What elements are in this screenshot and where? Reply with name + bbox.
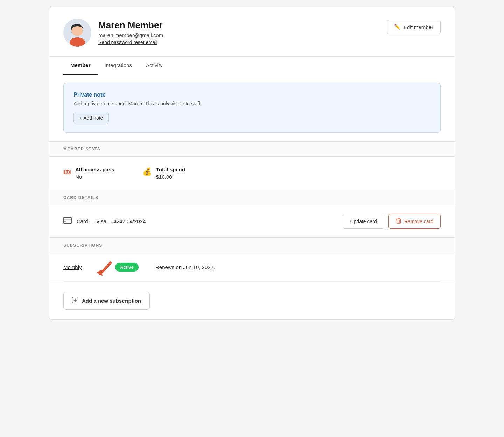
tab-activity[interactable]: Activity xyxy=(139,57,170,75)
edit-button-label: Edit member xyxy=(404,24,433,30)
remove-card-label: Remove card xyxy=(404,219,433,224)
add-note-label: + Add note xyxy=(79,115,103,121)
all-access-pass-value: No xyxy=(75,174,114,180)
private-note-title: Private note xyxy=(74,92,430,98)
remove-card-button[interactable]: Remove card xyxy=(388,214,441,229)
user-email: maren.member@gmail.com xyxy=(98,32,163,38)
add-note-button[interactable]: + Add note xyxy=(74,112,109,124)
ticket-icon: 🎟 xyxy=(63,167,71,176)
tab-member[interactable]: Member xyxy=(63,57,98,75)
update-card-button[interactable]: Update card xyxy=(343,214,384,229)
arrow-indicator xyxy=(95,259,114,280)
status-badge: Active xyxy=(115,263,139,272)
member-stats-section: 🎟 All access pass No 💰 Total spend $10.0… xyxy=(49,157,455,190)
update-card-label: Update card xyxy=(350,219,377,224)
card-details-label: CARD DETAILS xyxy=(49,190,455,205)
total-spend-stat: 💰 Total spend $10.00 xyxy=(142,167,185,180)
header-section: Maren Member maren.member@gmail.com Send… xyxy=(49,7,455,56)
pencil-icon: ✏️ xyxy=(394,24,401,30)
user-info: Maren Member maren.member@gmail.com Send… xyxy=(63,19,163,47)
tabs-section: Member Integrations Activity xyxy=(49,56,455,75)
add-subscription-label: Add a new subscription xyxy=(82,298,141,304)
card-actions: Update card Remove card xyxy=(343,214,441,229)
all-access-pass-label: All access pass xyxy=(75,167,114,172)
plus-circle-icon xyxy=(72,297,78,304)
avatar xyxy=(63,19,91,47)
card-info: Card — Visa ....4242 04/2024 xyxy=(63,217,146,225)
edit-member-button[interactable]: ✏️ Edit member xyxy=(387,20,441,34)
credit-card-icon xyxy=(63,217,72,225)
subscriptions-section: Monthly Active Renews on Jun 10, 2022. xyxy=(49,253,455,282)
svg-rect-4 xyxy=(63,219,72,220)
private-note-box: Private note Add a private note about Ma… xyxy=(63,83,441,133)
private-note-description: Add a private note about Maren. This is … xyxy=(74,101,430,106)
card-details-section: Card — Visa ....4242 04/2024 Update card… xyxy=(49,205,455,238)
card-text: Card — Visa ....4242 04/2024 xyxy=(77,218,146,224)
user-details: Maren Member maren.member@gmail.com Send… xyxy=(98,19,163,45)
renews-text: Renews on Jun 10, 2022. xyxy=(155,264,215,270)
page-container: Maren Member maren.member@gmail.com Send… xyxy=(49,7,455,320)
private-note-section: Private note Add a private note about Ma… xyxy=(49,75,455,141)
money-icon: 💰 xyxy=(142,167,152,176)
all-access-pass-stat: 🎟 All access pass No xyxy=(63,167,114,180)
tab-integrations[interactable]: Integrations xyxy=(98,57,139,75)
svg-rect-3 xyxy=(64,218,72,224)
member-stats-label: MEMBER STATS xyxy=(49,141,455,157)
reset-password-link[interactable]: Send password reset email xyxy=(98,40,163,45)
subscriptions-label: SUBSCRIPTIONS xyxy=(49,238,455,253)
user-name: Maren Member xyxy=(98,20,163,31)
add-subscription-button[interactable]: Add a new subscription xyxy=(63,292,150,310)
trash-icon xyxy=(396,218,401,225)
add-subscription-section: Add a new subscription xyxy=(49,282,455,319)
total-spend-label: Total spend xyxy=(156,167,185,172)
total-spend-value: $10.00 xyxy=(156,174,185,180)
svg-rect-5 xyxy=(64,221,66,222)
subscription-item: Monthly Active Renews on Jun 10, 2022. xyxy=(63,253,441,282)
